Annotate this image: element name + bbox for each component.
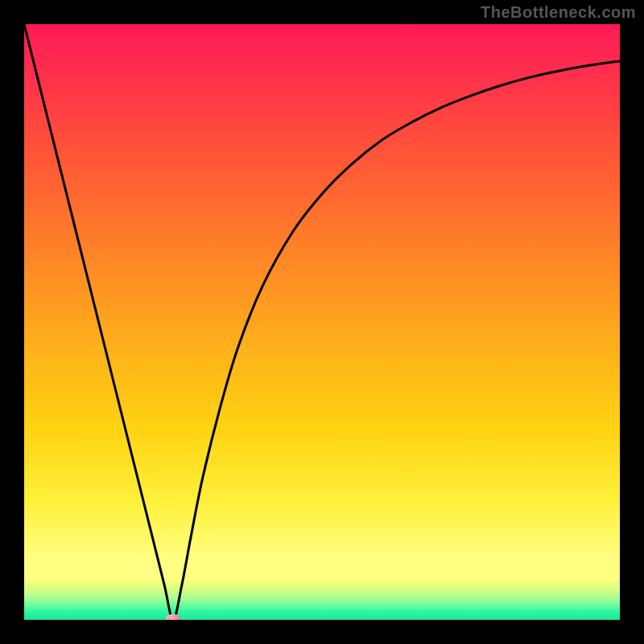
chart-frame: TheBottleneck.com — [0, 0, 644, 644]
line-plot-svg — [24, 24, 620, 620]
attribution-text: TheBottleneck.com — [481, 3, 636, 22]
plot-area — [24, 24, 620, 620]
curve-path — [24, 24, 620, 620]
min-point-marker — [166, 614, 180, 620]
